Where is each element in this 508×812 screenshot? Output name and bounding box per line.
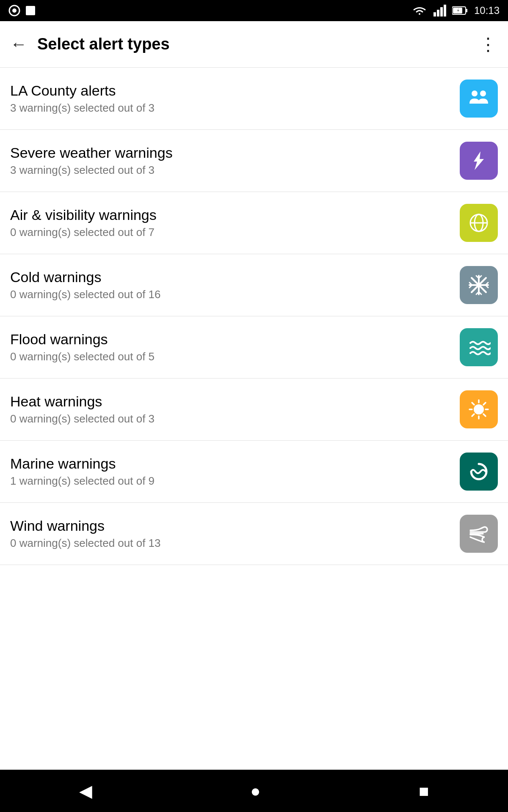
list-item-wind-subtitle: 0 warning(s) selected out of 13 [10, 537, 453, 550]
list-item-cold[interactable]: Cold warnings 0 warning(s) selected out … [0, 254, 508, 316]
list-item-cold-title: Cold warnings [10, 269, 453, 285]
list-item-air-visibility-subtitle: 0 warning(s) selected out of 7 [10, 226, 453, 239]
sun-circle-icon [467, 211, 491, 235]
wind-lines-icon [467, 522, 491, 546]
snowflake-icon [467, 273, 491, 297]
list-item-flood-text: Flood warnings 0 warning(s) selected out… [10, 331, 453, 363]
status-bar-right: 10:13 [411, 5, 500, 16]
svg-rect-5 [440, 7, 443, 16]
list-item-air-visibility-text: Air & visibility warnings 0 warning(s) s… [10, 207, 453, 239]
svg-point-19 [474, 404, 484, 414]
svg-line-27 [472, 414, 474, 416]
list-item-heat-subtitle: 0 warning(s) selected out of 3 [10, 412, 453, 425]
list-item-cold-subtitle: 0 warning(s) selected out of 16 [10, 288, 453, 301]
list-item-flood-subtitle: 0 warning(s) selected out of 5 [10, 350, 453, 363]
list-item-severe-weather-title: Severe weather warnings [10, 145, 453, 161]
list-item-heat-text: Heat warnings 0 warning(s) selected out … [10, 393, 453, 425]
list-item-marine[interactable]: Marine warnings 1 warning(s) selected ou… [0, 441, 508, 503]
list-item-severe-weather-subtitle: 3 warning(s) selected out of 3 [10, 164, 453, 177]
la-county-icon [460, 80, 498, 118]
square-icon [25, 5, 36, 16]
svg-rect-6 [444, 5, 446, 16]
list-item-heat-title: Heat warnings [10, 393, 453, 410]
svg-line-26 [483, 403, 486, 405]
list-item-wind[interactable]: Wind warnings 0 warning(s) selected out … [0, 503, 508, 565]
lightning-icon [467, 149, 491, 173]
marine-icon [460, 453, 498, 491]
battery-icon [452, 5, 468, 16]
page-title: Select alert types [37, 35, 479, 53]
wifi-icon [411, 5, 428, 16]
circle-icon [8, 5, 20, 16]
list-item-air-visibility-title: Air & visibility warnings [10, 207, 453, 223]
svg-rect-4 [437, 10, 439, 16]
svg-rect-8 [466, 9, 467, 12]
list-item-air-visibility[interactable]: Air & visibility warnings 0 warning(s) s… [0, 192, 508, 254]
nav-back-button[interactable]: ◀ [79, 781, 92, 801]
signal-icon [433, 5, 446, 16]
list-item-marine-subtitle: 1 warning(s) selected out of 9 [10, 475, 453, 488]
cold-icon [460, 266, 498, 304]
list-item-la-county-text: LA County alerts 3 warning(s) selected o… [10, 82, 453, 115]
svg-rect-2 [26, 6, 35, 15]
nav-bar: ◀ ● ■ [0, 770, 508, 812]
status-bar-left [8, 5, 36, 16]
list-item-flood-title: Flood warnings [10, 331, 453, 348]
wind-icon [460, 515, 498, 553]
air-visibility-icon [460, 204, 498, 242]
list-item-marine-title: Marine warnings [10, 455, 453, 472]
list-item-la-county-subtitle: 3 warning(s) selected out of 3 [10, 102, 453, 115]
people-icon [467, 87, 491, 110]
list-item-la-county[interactable]: LA County alerts 3 warning(s) selected o… [0, 68, 508, 130]
svg-point-1 [12, 8, 17, 13]
status-time: 10:13 [474, 5, 500, 16]
wave-icon [467, 460, 491, 483]
list-item-la-county-title: LA County alerts [10, 82, 453, 99]
app-bar: ← Select alert types ⋮ [0, 21, 508, 68]
list-item-severe-weather[interactable]: Severe weather warnings 3 warning(s) sel… [0, 130, 508, 192]
heat-icon [460, 390, 498, 428]
list-item-marine-text: Marine warnings 1 warning(s) selected ou… [10, 455, 453, 488]
status-bar: 10:13 [0, 0, 508, 21]
svg-line-25 [483, 414, 486, 416]
nav-recent-button[interactable]: ■ [419, 782, 429, 801]
alert-types-list: LA County alerts 3 warning(s) selected o… [0, 68, 508, 770]
waves-icon [467, 335, 491, 359]
list-item-wind-text: Wind warnings 0 warning(s) selected out … [10, 518, 453, 550]
list-item-flood[interactable]: Flood warnings 0 warning(s) selected out… [0, 316, 508, 379]
flood-icon [460, 328, 498, 366]
svg-line-24 [472, 403, 474, 405]
nav-home-button[interactable]: ● [250, 782, 260, 801]
list-item-wind-title: Wind warnings [10, 518, 453, 534]
sun-icon [467, 398, 491, 421]
list-item-cold-text: Cold warnings 0 warning(s) selected out … [10, 269, 453, 301]
list-item-severe-weather-text: Severe weather warnings 3 warning(s) sel… [10, 145, 453, 177]
svg-point-11 [480, 91, 486, 96]
svg-point-10 [472, 91, 478, 96]
svg-rect-3 [433, 12, 436, 16]
severe-weather-icon [460, 142, 498, 180]
back-button[interactable]: ← [10, 35, 27, 54]
more-options-button[interactable]: ⋮ [479, 34, 498, 55]
list-item-heat[interactable]: Heat warnings 0 warning(s) selected out … [0, 379, 508, 441]
